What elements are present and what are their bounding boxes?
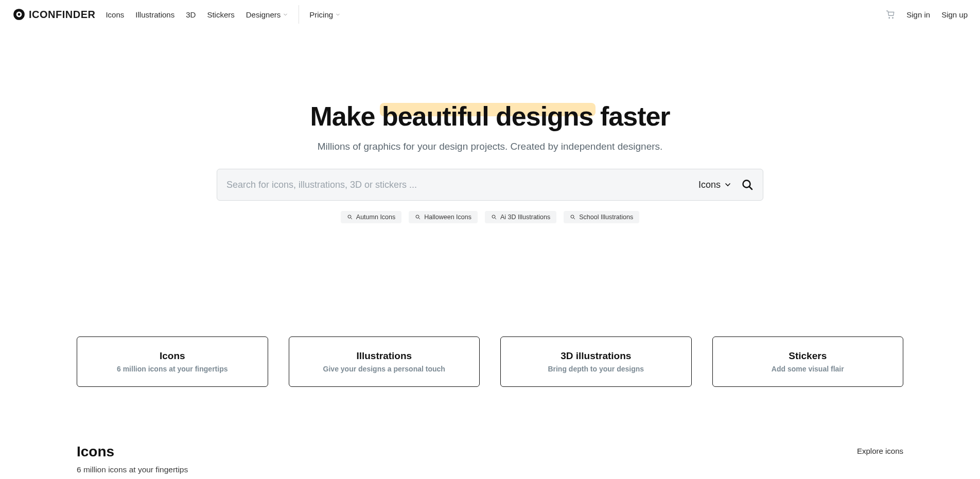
search-button[interactable] xyxy=(741,179,754,191)
category-title: Illustrations xyxy=(294,350,475,362)
suggestion-pill[interactable]: Halloween Icons xyxy=(409,211,478,223)
nav-pricing-label: Pricing xyxy=(309,10,333,19)
svg-line-12 xyxy=(574,218,575,220)
category-card-stickers[interactable]: Stickers Add some visual flair xyxy=(712,336,904,387)
suggestion-pill[interactable]: Autumn Icons xyxy=(341,211,401,223)
suggestion-pill[interactable]: School Illustrations xyxy=(564,211,639,223)
hero-title-suffix: faster xyxy=(593,101,670,131)
nav-signup[interactable]: Sign up xyxy=(941,10,968,19)
search-suggestions: Autumn Icons Halloween Icons Ai 3D Illus… xyxy=(0,211,980,223)
search-icon xyxy=(491,214,497,220)
cart-icon[interactable] xyxy=(886,10,895,19)
svg-point-7 xyxy=(416,215,419,218)
suggestion-label: Halloween Icons xyxy=(424,214,471,221)
chevron-down-icon xyxy=(724,181,732,189)
category-card-icons[interactable]: Icons 6 million icons at your fingertips xyxy=(77,336,268,387)
nav-pricing[interactable]: Pricing xyxy=(309,10,341,19)
nav-icons[interactable]: Icons xyxy=(106,10,124,19)
explore-icons-link[interactable]: Explore icons xyxy=(857,447,903,455)
svg-point-5 xyxy=(348,215,351,218)
nav-right: Sign in Sign up xyxy=(886,10,968,19)
nav-designers[interactable]: Designers xyxy=(246,10,289,19)
chevron-down-icon xyxy=(283,12,288,17)
suggestion-label: School Illustrations xyxy=(579,214,633,221)
category-title: Icons xyxy=(82,350,262,362)
category-grid: Icons 6 million icons at your fingertips… xyxy=(77,336,903,387)
search-input[interactable] xyxy=(226,180,698,190)
category-title: 3D illustrations xyxy=(506,350,686,362)
category-title: Stickers xyxy=(718,350,898,362)
category-card-3d[interactable]: 3D illustrations Bring depth to your des… xyxy=(500,336,692,387)
svg-line-8 xyxy=(419,218,421,220)
category-card-illustrations[interactable]: Illustrations Give your designs a person… xyxy=(289,336,480,387)
suggestion-label: Ai 3D Illustrations xyxy=(500,214,550,221)
hero: Make beautiful designs faster Millions o… xyxy=(0,101,980,223)
nav-signin[interactable]: Sign in xyxy=(906,10,930,19)
nav-stickers[interactable]: Stickers xyxy=(207,10,234,19)
hero-subtitle: Millions of graphics for your design pro… xyxy=(0,141,980,152)
nav-3d[interactable]: 3D xyxy=(186,10,196,19)
nav-illustrations[interactable]: Illustrations xyxy=(135,10,174,19)
category-subtitle: Give your designs a personal touch xyxy=(294,365,475,373)
nav-links-pricing: Pricing xyxy=(309,10,341,19)
search-type-dropdown[interactable]: Icons xyxy=(698,180,732,190)
nav-links-left: Icons Illustrations 3D Stickers Designer… xyxy=(106,10,288,19)
logo-icon xyxy=(12,8,26,21)
svg-line-6 xyxy=(351,218,352,220)
hero-title-prefix: Make xyxy=(310,101,382,131)
svg-point-11 xyxy=(571,215,574,218)
category-subtitle: Add some visual flair xyxy=(718,365,898,373)
suggestion-label: Autumn Icons xyxy=(356,214,395,221)
search-icon xyxy=(570,214,576,220)
navbar: ICONFINDER Icons Illustrations 3D Sticke… xyxy=(0,0,980,29)
category-subtitle: Bring depth to your designs xyxy=(506,365,686,373)
section-subtitle: 6 million icons at your fingertips xyxy=(77,465,188,474)
logo-text: ICONFINDER xyxy=(29,9,95,21)
hero-title: Make beautiful designs faster xyxy=(310,101,670,132)
icons-section: Icons 6 million icons at your fingertips… xyxy=(77,443,903,479)
section-title: Icons xyxy=(77,443,188,460)
section-header: Icons 6 million icons at your fingertips… xyxy=(77,443,903,474)
search-icon xyxy=(415,214,421,220)
nav-designers-label: Designers xyxy=(246,10,281,19)
search-icon xyxy=(347,214,353,220)
hero-title-highlight: beautiful designs xyxy=(382,101,593,132)
search-type-label: Icons xyxy=(698,180,721,190)
search-bar: Icons xyxy=(217,169,763,201)
category-subtitle: 6 million icons at your fingertips xyxy=(82,365,262,373)
svg-point-9 xyxy=(492,215,495,218)
svg-line-10 xyxy=(495,218,496,220)
logo[interactable]: ICONFINDER xyxy=(12,8,95,21)
chevron-down-icon xyxy=(335,12,341,17)
section-header-left: Icons 6 million icons at your fingertips xyxy=(77,443,188,474)
nav-divider xyxy=(299,5,299,24)
suggestion-pill[interactable]: Ai 3D Illustrations xyxy=(485,211,556,223)
svg-line-4 xyxy=(749,187,752,189)
svg-point-2 xyxy=(18,13,21,16)
